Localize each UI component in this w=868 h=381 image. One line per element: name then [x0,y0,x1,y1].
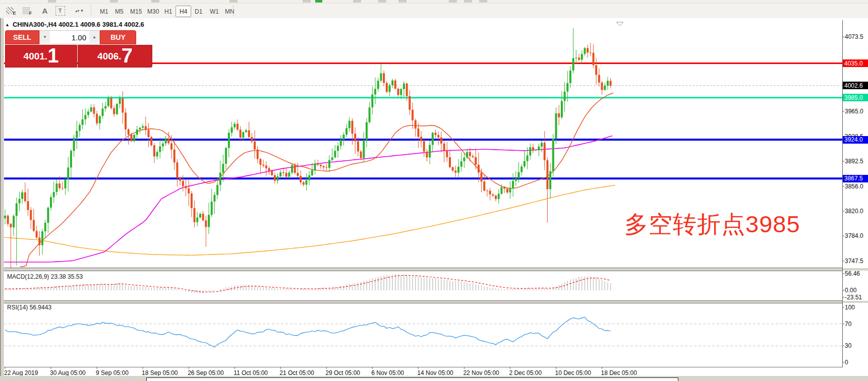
candle-body [153,145,155,156]
horizontal-level-line[interactable] [4,97,842,98]
candle-body [423,141,425,152]
chart-shift-marker[interactable] [616,22,623,26]
timeframe-button-d1[interactable]: D1 [191,6,206,17]
candle-body [524,161,526,167]
date-tick-label: 29 Oct 05:00 [325,369,360,376]
candle-body [452,167,454,171]
macd-axis-label: -23.51 [845,294,862,301]
candle-body [581,54,583,60]
candle-body [259,159,261,164]
candle-body [84,115,86,119]
candle-body [466,152,468,158]
ma-mid-line [4,136,612,263]
sell-price-main: 4001. [24,51,48,62]
candle-body [303,182,305,185]
candle-body [265,166,267,168]
horizontal-level-line[interactable] [4,139,842,141]
timeframe-button-h1[interactable]: H1 [160,6,176,17]
partial-toolbar-icon [449,0,457,3]
candle-body [406,84,408,96]
candle-body [601,83,603,90]
date-tick-label: 11 Oct 05:00 [234,369,268,376]
macd-axis-label: 0.00 [845,287,856,294]
buy-tab-button[interactable]: BUY [100,30,136,44]
icon-subletter: E [13,11,16,16]
volume-down-button[interactable]: ▼ [40,31,50,43]
candle-body [546,160,548,189]
timeframe-button-w1[interactable]: W1 [206,6,223,17]
candle-body [578,57,580,59]
candle-body [165,139,167,144]
candle-body [277,176,279,181]
candle-body [323,166,325,167]
candle-body [386,83,388,92]
candle-body [234,124,236,128]
candle-body [59,183,61,188]
candle-body [538,147,540,150]
date-tick-label: 9 Sep 05:00 [96,369,129,376]
rsi-axis-label: 0 [845,359,848,366]
partial-toolbar-icon [479,0,487,3]
macd-values: 23.38 35.53 [51,273,83,280]
candle-body [374,89,376,94]
candle-body [285,173,287,176]
partial-toolbar-icon [303,0,311,3]
candle-body [262,165,264,166]
candle-body [110,98,112,108]
timeframe-button-m5[interactable]: M5 [111,6,128,17]
candle-body [50,197,52,208]
candle-body [21,193,23,199]
timeframe-button-m1[interactable]: M1 [96,6,112,17]
arrows-glyph: ▴▾ [75,9,79,13]
candle-body [360,152,362,158]
collapse-panel-arrow[interactable]: ▲ [5,22,10,27]
macd-indicator-label: MACD(12,26,9) 23.38 35.53 [7,273,83,280]
partial-toolbar-icon [398,0,407,3]
candle-body [595,66,597,75]
candle-body [297,173,299,176]
candle-body [194,208,196,222]
price-tick-label: 3892.5 [845,158,863,165]
buy-price-button[interactable]: 4006.7 [78,45,152,68]
candle-body [544,143,546,160]
price-tick-label: 3747.5 [845,258,863,265]
date-tick-label: 10 Dec 05:00 [555,369,591,376]
candle-body [211,202,213,215]
candle-body [475,157,477,165]
volume-value[interactable]: 1.00 [50,31,89,44]
candle-body [82,119,84,125]
candle-body [122,98,124,112]
candle-body [213,195,215,202]
candle-body [437,135,439,138]
chart-toolbar: E F A T ▴▾▾ M1M5M15M30H1H4D1W1MN [0,4,868,19]
experts-icon[interactable]: E [5,5,18,16]
price-badge-3867.5: 3867.5 [843,175,868,182]
sell-tab-button[interactable]: SELL [5,30,39,44]
candle-body [90,107,92,111]
candle-body [598,75,600,83]
text-label-icon[interactable]: A [39,5,50,16]
partial-toolbar-icon [353,0,361,3]
panel-splitter[interactable] [0,301,868,303]
text-box-icon[interactable]: T [54,5,66,16]
sell-price-button[interactable]: 4001.1 [5,45,77,68]
candle-body [173,150,176,163]
horizontal-level-line[interactable] [4,177,842,179]
candle-body [389,85,391,92]
cycle-arrows-icon[interactable]: ▴▾▾ [71,5,88,16]
macd-signal-line [5,275,611,292]
candle-body [498,194,500,199]
window-edge [3,18,4,376]
candle-body [587,48,589,52]
panel-splitter[interactable] [0,268,868,271]
candle-body [325,167,327,168]
candle-body [394,81,396,89]
candle-body [564,92,566,101]
fractals-grid-icon[interactable]: F [21,5,34,16]
candle-body [472,156,474,157]
timeframe-button-h4[interactable]: H4 [176,6,191,17]
volume-up-button[interactable]: ▲ [89,31,99,43]
candle-body [156,152,158,157]
candle-body [102,108,104,116]
candle-body [331,157,333,160]
